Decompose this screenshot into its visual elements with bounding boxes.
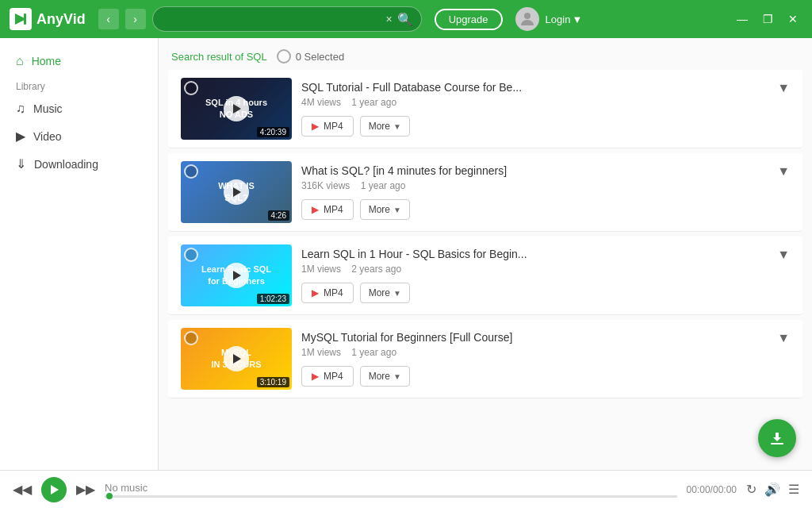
mp4-button-3[interactable]: ▶ MP4 [301,366,354,387]
progress-dot [106,493,113,499]
app-name: AnyVid [36,11,86,28]
result-actions-3: ▶ MP4 More ▼ [301,366,768,387]
loop-button[interactable]: ↻ [746,482,756,497]
result-title-3[interactable]: MySQL Tutorial for Beginners [Full Cours… [301,331,768,344]
play-overlay-2[interactable] [224,263,249,288]
logo-icon [10,8,32,30]
player-progress-bar[interactable] [105,495,677,498]
more-button-0[interactable]: More ▼ [360,116,410,137]
result-actions-2: ▶ MP4 More ▼ [301,283,768,303]
age-1: 1 year ago [361,180,406,191]
mp4-button-0[interactable]: ▶ MP4 [301,116,354,137]
duration-badge-0: 4:20:39 [257,127,289,137]
thumb-select-0[interactable] [184,81,198,95]
mp4-label-0: MP4 [324,121,343,132]
player-time: 00:00/00:00 [687,484,737,495]
sidebar-item-video[interactable]: ▶ Video [0,122,158,150]
mp4-label-1: MP4 [324,204,343,215]
play-overlay-0[interactable] [224,96,249,121]
mp4-icon-3: ▶ [312,371,319,382]
sidebar-item-home[interactable]: ⌂ Home [0,48,158,75]
mp4-label-3: MP4 [324,371,343,382]
mp4-button-1[interactable]: ▶ MP4 [301,199,354,220]
result-item: MySQL IN 3 HOURS 3:10:19 MySQL Tutorial … [168,320,802,398]
sidebar-item-downloading[interactable]: ⇓ Downloading [0,150,158,178]
volume-button[interactable]: 🔊 [764,482,780,497]
expand-button-2[interactable]: ▼ [777,248,790,262]
expand-button-0[interactable]: ▼ [777,81,790,95]
svg-rect-3 [771,443,783,444]
search-input[interactable]: SQL [161,13,381,25]
content-area: Search result of SQL 0 Selected SQL in 4… [159,38,812,470]
sidebar-item-music[interactable]: ♫ Music [0,95,158,122]
expand-button-1[interactable]: ▼ [777,164,790,179]
result-actions-1: ▶ MP4 More ▼ [301,199,768,220]
svg-rect-1 [24,13,26,25]
search-query-highlight: SQL [247,51,267,63]
result-title-1[interactable]: What is SQL? [in 4 minutes for beginners… [301,164,768,177]
back-button[interactable]: ‹ [98,9,119,29]
result-title-2[interactable]: Learn SQL in 1 Hour - SQL Basics for Beg… [301,248,768,260]
mp4-button-2[interactable]: ▶ MP4 [301,283,354,303]
next-button[interactable]: ▶▶ [76,482,95,497]
music-icon: ♫ [16,102,25,116]
result-info-1: What is SQL? [in 4 minutes for beginners… [301,164,768,220]
minimize-button[interactable]: — [733,10,752,29]
player-bar: ◀◀ ▶▶ No music 00:00/00:00 ↻ 🔊 ☰ [0,470,812,508]
result-meta-1: 316K views 1 year ago [301,180,768,191]
play-overlay-1[interactable] [224,179,249,205]
app-logo: AnyVid [10,8,86,30]
select-all-checkbox[interactable] [277,49,291,64]
select-all-container: 0 Selected [277,49,344,64]
result-meta-2: 1M views 2 years ago [301,264,768,275]
result-item: WHAT IS SQL? 4:26 What is SQL? [in 4 min… [168,153,802,232]
search-clear-icon[interactable]: × [386,13,393,25]
views-0: 4M views [301,97,341,108]
more-button-3[interactable]: More ▼ [360,366,410,387]
sidebar-item-home-label: Home [32,55,61,67]
login-button[interactable]: Login ▼ [546,13,583,25]
mp4-label-2: MP4 [324,287,343,298]
sidebar: ⌂ Home Library ♫ Music ▶ Video ⇓ Downloa… [0,38,159,470]
age-2: 2 years ago [351,264,401,275]
result-info-0: SQL Tutorial - Full Database Course for … [301,81,768,137]
svg-point-2 [524,13,530,19]
search-icon[interactable]: 🔍 [397,12,413,27]
more-label-2: More [369,287,390,298]
thumb-select-3[interactable] [184,331,198,345]
sidebar-item-downloading-label: Downloading [34,158,98,171]
forward-button[interactable]: › [125,9,146,29]
prev-button[interactable]: ◀◀ [13,482,32,497]
close-button[interactable]: ✕ [783,10,802,29]
thumbnail-2[interactable]: Learn Basic SQL for Beginners 1:02:23 [181,244,292,306]
upgrade-button[interactable]: Upgrade [435,9,503,30]
maximize-button[interactable]: ❐ [758,10,777,29]
play-overlay-3[interactable] [224,346,249,371]
thumb-select-2[interactable] [184,248,198,262]
search-bar: SQL × 🔍 [152,6,422,32]
selected-count: 0 Selected [296,51,344,63]
more-button-2[interactable]: More ▼ [360,283,410,303]
result-title-0[interactable]: SQL Tutorial - Full Database Course for … [301,81,768,94]
sidebar-item-music-label: Music [33,102,63,115]
sidebar-item-video-label: Video [33,130,62,143]
result-actions-0: ▶ MP4 More ▼ [301,116,768,137]
age-3: 1 year ago [351,347,396,358]
thumbnail-0[interactable]: SQL in 4 hours NO ADS 4:20:39 [181,78,292,140]
thumb-select-1[interactable] [184,164,198,179]
thumbnail-3[interactable]: MySQL IN 3 HOURS 3:10:19 [181,328,292,390]
fab-download-button[interactable] [758,419,796,457]
thumbnail-1[interactable]: WHAT IS SQL? 4:26 [181,161,292,223]
play-button[interactable] [41,477,67,502]
more-button-1[interactable]: More ▼ [360,199,410,220]
chevron-icon-0: ▼ [393,122,401,131]
sidebar-library-label: Library [0,75,158,95]
more-label-3: More [369,371,390,382]
expand-button-3[interactable]: ▼ [777,331,790,345]
chevron-icon-2: ▼ [393,289,401,298]
avatar [515,7,539,31]
playlist-button[interactable]: ☰ [788,482,799,497]
result-meta-0: 4M views 1 year ago [301,97,768,108]
result-item: SQL in 4 hours NO ADS 4:20:39 SQL Tutori… [168,70,802,148]
video-icon: ▶ [16,129,25,144]
